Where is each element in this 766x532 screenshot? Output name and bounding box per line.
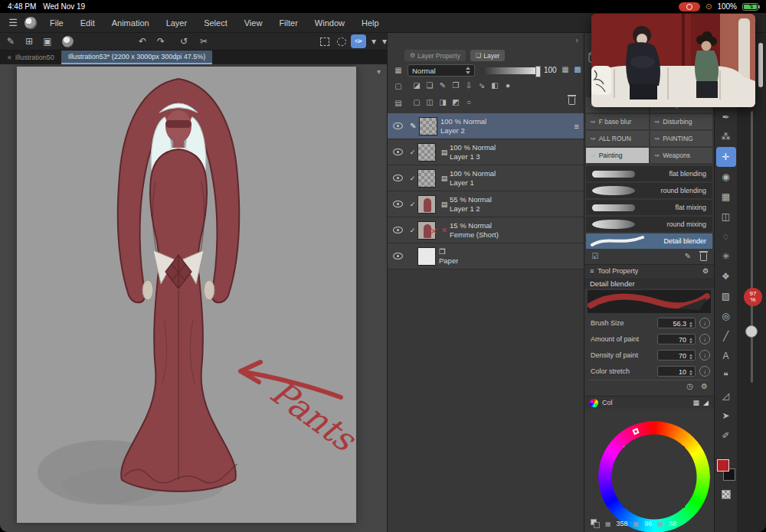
canvas-page[interactable]: Pants	[17, 67, 356, 523]
csp-logo[interactable]	[25, 17, 37, 29]
frame-tool-icon[interactable]: ◫	[716, 207, 736, 227]
subtool-group-all-round[interactable]: ✑ALL ROUN	[586, 131, 649, 146]
tool-settings-icon[interactable]: ⚙	[701, 382, 708, 390]
layer-row-femme[interactable]: ✓ ✕ ✕ 15 % NormalFemme (Short)	[388, 217, 584, 243]
menu-item-select[interactable]: Select	[195, 18, 236, 28]
dynamics-button[interactable]: ↓	[699, 318, 710, 328]
ruler-tool-icon[interactable]: ◿	[716, 386, 736, 406]
undo-icon[interactable]: ↶	[135, 34, 150, 48]
figure-tool-icon[interactable]: ▦	[716, 187, 736, 207]
menu-item-animation[interactable]: Animation	[103, 18, 158, 28]
sv-cursor[interactable]	[674, 480, 681, 487]
layer-panel-rows-icon[interactable]: ▤	[392, 99, 404, 107]
saturation-value-square[interactable]	[624, 446, 685, 508]
polyline-select-icon[interactable]: ✑	[351, 34, 366, 48]
amount-of-paint-input[interactable]: 70	[657, 334, 696, 344]
transparent-color-chip[interactable]	[722, 490, 731, 499]
visibility-eye-icon[interactable]	[388, 122, 408, 129]
layer-panel-square-icon[interactable]: ▢	[392, 82, 404, 90]
ruler-range-icon[interactable]: ◩	[450, 98, 462, 106]
reference-layer-icon[interactable]: ○	[463, 98, 475, 106]
redo-icon[interactable]: ↷	[153, 34, 169, 48]
text-tool-icon[interactable]: A	[716, 346, 736, 366]
droplet-tool-icon[interactable]: ◉	[716, 167, 736, 187]
stepper-icon[interactable]	[689, 354, 692, 360]
brush-detail-blender[interactable]: Detail blender	[586, 233, 712, 249]
visibility-eye-icon[interactable]	[388, 175, 408, 181]
lock-layer-icon[interactable]: ▢	[411, 98, 423, 106]
pip-drag-handle[interactable]	[758, 43, 763, 87]
layer-color-icon[interactable]: ▩	[571, 65, 584, 73]
delete-subtool-icon[interactable]	[697, 253, 709, 263]
transform-icon[interactable]: ⊞	[21, 34, 37, 48]
airbrush-tool-icon[interactable]: ⁂	[716, 127, 736, 147]
layer-row-menu-icon[interactable]: ≡	[574, 122, 579, 131]
selection-tool-icon[interactable]: ◌	[716, 227, 736, 246]
lock-checkbox-icon[interactable]: ☑	[589, 252, 601, 260]
lock-transparent-icon[interactable]: ◫	[424, 98, 436, 106]
operation-tool-icon[interactable]: ➤	[716, 406, 736, 426]
menu-item-file[interactable]: File	[41, 18, 72, 28]
opacity-grid-icon[interactable]: ▦	[559, 65, 571, 73]
hue-marker[interactable]	[632, 428, 639, 435]
layer-opacity-slider[interactable]	[481, 67, 541, 74]
pen-tool-icon[interactable]: ✒	[716, 107, 736, 127]
subtool-group-disturbing[interactable]: ✑Disturbing	[650, 114, 713, 129]
color-stretch-input[interactable]: 10	[657, 366, 696, 377]
menu-item-window[interactable]: Window	[306, 18, 353, 28]
layer-row-layer13[interactable]: ✓ ▤ 100 % NormalLayer 1 3	[388, 139, 584, 165]
dynamics-button[interactable]: ↓	[699, 366, 710, 377]
auto-select-tool-icon[interactable]: ✳	[716, 246, 736, 266]
delete-layer-icon[interactable]	[565, 97, 578, 106]
stepper-icon[interactable]	[689, 338, 692, 344]
decoration-tool-icon[interactable]: ❖	[716, 266, 736, 286]
menu-item-help[interactable]: Help	[353, 18, 388, 28]
layer-thumbnail[interactable]	[419, 117, 437, 135]
reset-rotate-icon[interactable]: ↺	[176, 34, 192, 48]
layer-row-layer1[interactable]: ✓ ▤ 100 % NormalLayer 1	[388, 165, 584, 191]
csp-sync-icon[interactable]	[60, 34, 75, 48]
menu-item-edit[interactable]: Edit	[72, 18, 103, 28]
edit-canvas-icon[interactable]: ✎	[3, 34, 18, 48]
eyedropper-tool-icon[interactable]: ✐	[716, 426, 736, 446]
canvas-artwork[interactable]: Pants	[17, 67, 356, 523]
blend-mode-stepper-icon[interactable]	[466, 67, 470, 74]
panel-menu-icon[interactable]: ≡	[590, 267, 594, 275]
opacity-percent-badge[interactable]: 97 %	[744, 288, 762, 306]
color-triangle-icon[interactable]: ◢	[703, 399, 709, 406]
layer-mask-icon[interactable]: ◧	[489, 81, 501, 90]
layer-effect-icon[interactable]: ●	[502, 81, 514, 90]
subtool-group-f-base-blur[interactable]: ✑F base blur	[586, 114, 649, 129]
stepper-icon[interactable]	[689, 370, 692, 376]
subtool-group-painting-caps[interactable]: ✑PAINTING	[650, 131, 713, 146]
hamburger-menu-icon[interactable]: ☰	[5, 17, 21, 28]
visibility-eye-icon[interactable]	[388, 149, 408, 155]
new-vector-layer-icon[interactable]: ✎	[437, 81, 449, 90]
save-icon[interactable]: ▣	[40, 34, 55, 48]
panel-gear-icon[interactable]: ⚙	[702, 267, 709, 275]
dynamics-button[interactable]: ↓	[699, 350, 710, 361]
brush-size-input[interactable]: 56.3	[657, 318, 696, 328]
layer-thumbnail[interactable]	[417, 143, 436, 162]
subtool-group-weapons[interactable]: ✑Weapons	[650, 148, 713, 163]
canvas-collapse-chevron-icon[interactable]: ▾	[377, 67, 381, 76]
line-tool-icon[interactable]: ╱	[716, 326, 736, 346]
close-tab-icon[interactable]: ✕	[7, 54, 12, 61]
color-grid-icon[interactable]: ▦	[693, 399, 700, 406]
balloon-tool-icon[interactable]: ❝	[716, 366, 736, 386]
canvas-area[interactable]: Pants ▾	[0, 64, 387, 532]
color-swatch-pair-icon[interactable]	[591, 519, 600, 528]
clip-to-layer-icon[interactable]: ◪	[411, 81, 423, 90]
layer-thumbnail[interactable]	[417, 247, 436, 266]
menu-item-filter[interactable]: Filter	[270, 18, 306, 28]
zoom-tool-icon[interactable]: ◎	[716, 306, 736, 326]
merge-down-icon[interactable]: ⇘	[476, 81, 488, 90]
foreground-color-swatch[interactable]	[717, 459, 729, 472]
layer-check-icon[interactable]: ✓	[408, 201, 417, 208]
document-tab-illustration50[interactable]: ✕ Illustration50	[0, 51, 61, 64]
brush-round-mixing[interactable]: round mixing	[586, 217, 712, 232]
layer-check-icon[interactable]: ✓	[408, 227, 417, 234]
new-raster-layer-icon[interactable]: ❏	[424, 81, 436, 90]
rect-select-icon[interactable]	[317, 34, 332, 48]
layer-panel-grid-icon[interactable]: ▦	[392, 66, 404, 74]
